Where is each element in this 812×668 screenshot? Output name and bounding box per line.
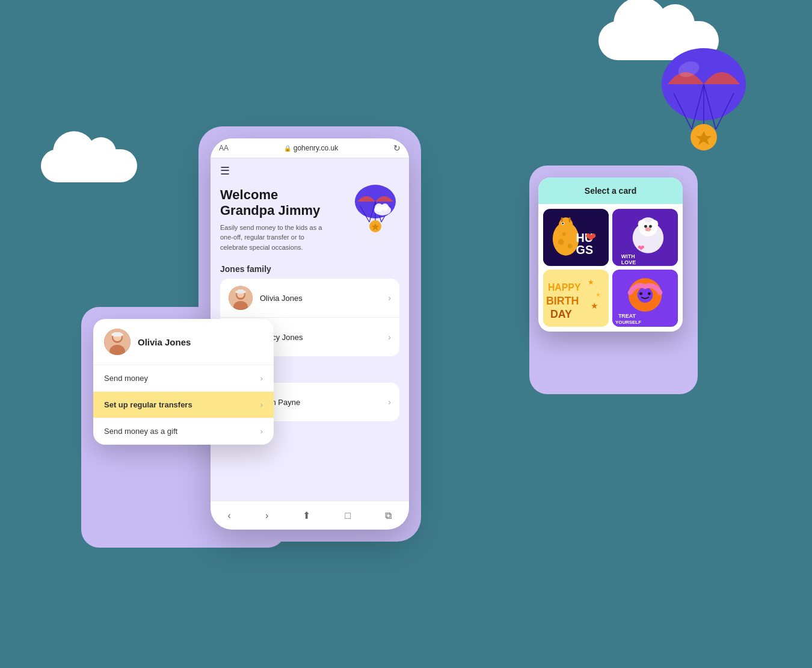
send-gift-chevron: › [260, 427, 263, 436]
lock-icon: 🔒 [284, 145, 291, 152]
regular-transfers-chevron: › [260, 400, 263, 409]
percy-chevron: › [388, 332, 391, 342]
action-card: Olivia Jones Send money › Set up regular… [93, 319, 274, 445]
svg-text:WITH: WITH [621, 253, 635, 259]
svg-text:❤: ❤ [585, 230, 596, 245]
svg-point-73 [648, 292, 651, 295]
svg-point-45 [562, 223, 564, 224]
cloud-top-left [41, 149, 137, 182]
tabs-icon[interactable]: ⧉ [385, 510, 392, 521]
svg-text:LOVE: LOVE [621, 259, 636, 265]
svg-text:DAY: DAY [550, 308, 572, 320]
hero-description: Easily send money to the kids as a one-o… [220, 223, 328, 253]
treat-yourself-card[interactable]: TREAT YOURSELF [612, 270, 678, 327]
percy-name: Percy Jones [260, 333, 388, 342]
svg-point-17 [381, 203, 389, 211]
hero-parachute [351, 179, 399, 227]
svg-point-56 [644, 225, 647, 228]
hugs-card[interactable]: HU GS ❤ [543, 209, 609, 266]
action-card-header: Olivia Jones [93, 319, 274, 365]
bookmarks-icon[interactable]: □ [345, 510, 351, 521]
svg-text:BIRTH: BIRTH [546, 295, 579, 307]
browser-url-bar[interactable]: 🔒 gohenry.co.uk [284, 144, 339, 152]
share-icon[interactable]: ⬆ [303, 510, 310, 521]
send-money-item[interactable]: Send money › [93, 365, 274, 392]
svg-point-43 [562, 232, 566, 236]
refresh-icon[interactable]: ↻ [393, 143, 401, 153]
browser-bar: AA 🔒 gohenry.co.uk ↻ [211, 138, 409, 158]
svg-text:★: ★ [588, 278, 594, 286]
svg-point-42 [568, 244, 573, 249]
svg-text:❤: ❤ [638, 243, 645, 253]
olivia-name: Olivia Jones [260, 294, 388, 303]
regular-transfers-label: Set up regular transfers [104, 400, 192, 409]
card-selector-header: Select a card [538, 178, 683, 204]
svg-point-71 [638, 287, 653, 303]
svg-rect-23 [238, 289, 244, 292]
olivia-jones-row[interactable]: Olivia Jones › [220, 279, 399, 318]
svg-text:HAPPY: HAPPY [548, 282, 581, 292]
send-gift-item[interactable]: Send money as a gift › [93, 418, 274, 445]
sam-name: Sam Payne [260, 398, 388, 407]
browser-bottom-nav: ‹ › ⬆ □ ⧉ [211, 501, 409, 530]
olivia-chevron: › [388, 293, 391, 303]
svg-point-41 [558, 239, 564, 245]
svg-point-72 [639, 292, 642, 295]
send-gift-label: Send money as a gift [104, 427, 177, 436]
action-person-name: Olivia Jones [138, 337, 191, 347]
action-avatar [104, 329, 131, 355]
svg-point-57 [649, 225, 652, 228]
send-money-label: Send money [104, 374, 148, 383]
svg-text:★: ★ [595, 291, 601, 298]
svg-rect-47 [569, 217, 571, 222]
svg-rect-46 [561, 217, 563, 222]
svg-text:★: ★ [591, 301, 598, 311]
svg-rect-37 [114, 332, 121, 335]
sam-chevron: › [388, 397, 391, 407]
svg-text:GS: GS [576, 243, 594, 256]
svg-point-40 [559, 217, 573, 234]
send-money-chevron: › [260, 374, 263, 383]
hero-section: Welcome Grandpa Jimmy Easily send money … [211, 184, 409, 259]
url-text: gohenry.co.uk [294, 144, 339, 152]
parachute-svg [656, 36, 752, 156]
back-icon[interactable]: ‹ [228, 510, 231, 521]
svg-text:YOURSELF: YOURSELF [615, 320, 641, 325]
parachute-illustration [656, 36, 752, 159]
svg-point-58 [645, 227, 651, 232]
jones-family-label: Jones family [220, 264, 399, 274]
forward-icon[interactable]: › [265, 510, 268, 521]
card-grid: HU GS ❤ WITH LOVE [538, 204, 683, 332]
with-love-card[interactable]: WITH LOVE ❤ [612, 209, 678, 266]
card-selector: Select a card HU GS [538, 178, 683, 332]
svg-text:TREAT: TREAT [618, 313, 636, 319]
happy-birthday-card[interactable]: HAPPY BIRTH DAY ★ ★ ★ [543, 270, 609, 327]
browser-aa-label: AA [219, 144, 229, 152]
olivia-avatar [229, 286, 253, 310]
regular-transfers-item[interactable]: Set up regular transfers › [93, 392, 274, 418]
